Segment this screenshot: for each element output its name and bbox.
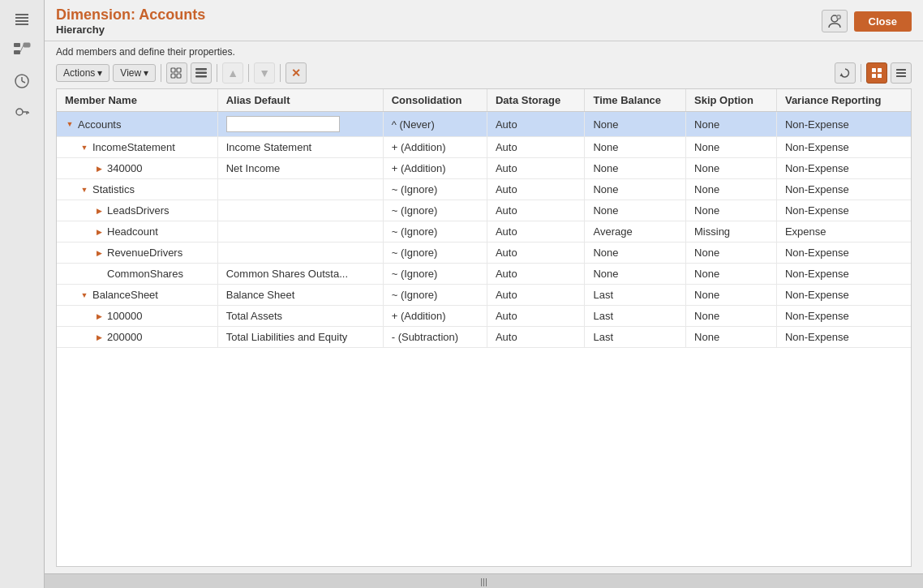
table-row[interactable]: ▶Headcount~ (Ignore)AutoAverageMissingEx…	[57, 221, 911, 242]
time-balance-cell: Last	[585, 285, 686, 306]
col-alias-default: Alias Default	[217, 89, 383, 112]
col-skip-option: Skip Option	[686, 89, 777, 112]
alias-default-cell	[217, 200, 383, 221]
expand-icon[interactable]: ▶	[94, 207, 104, 215]
expand-icon-button[interactable]	[166, 62, 187, 84]
table-row[interactable]: ▶200000Total Liabilities and Equity- (Su…	[57, 327, 911, 348]
member-name-text: 340000	[107, 162, 142, 174]
svg-marker-26	[840, 73, 844, 76]
scroll-indicator: |||	[480, 577, 487, 586]
skip-option-cell: None	[686, 200, 777, 221]
expand-icon[interactable]: ▼	[79, 186, 89, 194]
alias-default-cell: Common Shares Outsta...	[217, 264, 383, 285]
member-name-cell: ▼IncomeStatement	[57, 137, 217, 158]
actions-dropdown-icon: ▾	[97, 67, 102, 79]
time-balance-cell: Average	[585, 221, 686, 242]
refresh-button[interactable]	[835, 62, 856, 84]
time-balance-cell: None	[585, 137, 686, 158]
data-storage-cell: Auto	[487, 200, 585, 221]
move-up-button[interactable]: ▲	[222, 62, 243, 84]
expand-icon[interactable]: ▶	[94, 312, 104, 320]
close-button[interactable]: Close	[854, 11, 912, 32]
consolidation-cell: ~ (Ignore)	[383, 200, 487, 221]
move-down-button[interactable]: ▼	[254, 62, 275, 84]
skip-option-cell: None	[686, 179, 777, 200]
toolbar: Actions ▾ View ▾	[56, 62, 912, 84]
consolidation-cell: ~ (Ignore)	[383, 221, 487, 242]
table-row[interactable]: ▶RevenueDrivers~ (Ignore)AutoNoneNoneNon…	[57, 242, 911, 264]
table-row[interactable]: ▼Statistics~ (Ignore)AutoNoneNoneNon-Exp…	[57, 179, 911, 200]
expand-icon[interactable]: ▶	[94, 228, 104, 236]
skip-option-cell: None	[686, 242, 777, 264]
variance-reporting-cell: Expense	[776, 221, 911, 242]
svg-rect-24	[195, 72, 207, 75]
variance-reporting-cell: Non-Expense	[776, 327, 911, 348]
member-name-cell: ▶Headcount	[57, 221, 217, 242]
table-row[interactable]: ▶100000Total Assets+ (Addition)AutoLastN…	[57, 306, 911, 327]
skip-option-cell: None	[686, 264, 777, 285]
variance-reporting-cell: Non-Expense	[776, 112, 911, 137]
view-button[interactable]: View ▾	[113, 64, 156, 82]
header: Dimension: Accounts Hierarchy Close	[45, 0, 923, 41]
svg-rect-19	[171, 68, 175, 72]
time-balance-cell: None	[585, 264, 686, 285]
member-name-text: RevenueDrivers	[107, 247, 182, 259]
table-row[interactable]: CommonSharesCommon Shares Outsta...~ (Ig…	[57, 264, 911, 285]
expand-icon[interactable]: ▶	[94, 249, 104, 257]
variance-reporting-cell: Non-Expense	[776, 137, 911, 158]
expand-icon[interactable]: ▼	[65, 120, 75, 128]
alias-default-cell[interactable]	[217, 112, 383, 137]
user-icon-button[interactable]	[822, 10, 848, 32]
sidebar-icon-hierarchy[interactable]	[7, 37, 36, 63]
member-name-text: Statistics	[92, 183, 135, 195]
consolidation-cell: + (Addition)	[383, 137, 487, 158]
table-row[interactable]: ▼Accounts^ (Never)AutoNoneNoneNon-Expens…	[57, 112, 911, 137]
variance-reporting-cell: Non-Expense	[776, 179, 911, 200]
toolbar-section: Add members and define their properties.…	[45, 41, 923, 88]
table-row[interactable]: ▶340000Net Income+ (Addition)AutoNoneNon…	[57, 158, 911, 179]
sidebar-icon-clock[interactable]	[7, 68, 36, 94]
data-storage-cell: Auto	[487, 264, 585, 285]
consolidation-cell: ~ (Ignore)	[383, 179, 487, 200]
page-title: Dimension: Accounts	[56, 6, 205, 24]
consolidation-cell: ^ (Never)	[383, 112, 487, 137]
data-storage-cell: Auto	[487, 306, 585, 327]
skip-option-cell: None	[686, 137, 777, 158]
table-row[interactable]: ▼IncomeStatementIncome Statement+ (Addit…	[57, 137, 911, 158]
table-row[interactable]: ▼BalanceSheetBalance Sheet~ (Ignore)Auto…	[57, 285, 911, 306]
actions-button[interactable]: Actions ▾	[56, 64, 109, 82]
expand-icon[interactable]: ▼	[79, 144, 89, 152]
delete-button[interactable]: ✕	[285, 62, 307, 84]
member-name-cell: ▼BalanceSheet	[57, 285, 217, 306]
data-storage-cell: Auto	[487, 158, 585, 179]
svg-rect-20	[177, 68, 181, 72]
col-member-name: Member Name	[57, 89, 217, 112]
table-row[interactable]: ▶LeadsDrivers~ (Ignore)AutoNoneNoneNon-E…	[57, 200, 911, 221]
list-view-button[interactable]	[891, 62, 912, 84]
svg-rect-25	[195, 75, 207, 78]
toolbar-right	[835, 62, 912, 84]
svg-line-10	[22, 81, 25, 83]
alias-input[interactable]	[226, 116, 340, 132]
alias-default-cell	[217, 242, 383, 264]
sidebar-icon-list[interactable]	[7, 6, 36, 32]
variance-reporting-cell: Non-Expense	[776, 242, 911, 264]
time-balance-cell: None	[585, 179, 686, 200]
member-name-text: Accounts	[78, 118, 121, 131]
col-data-storage: Data Storage	[487, 89, 585, 112]
member-name-cell: ▶100000	[57, 306, 217, 327]
data-storage-cell: Auto	[487, 242, 585, 264]
grid-view-button[interactable]	[866, 62, 887, 84]
page-subtitle: Hierarchy	[56, 24, 205, 36]
svg-rect-32	[896, 72, 906, 74]
member-name-cell: CommonShares	[57, 264, 217, 285]
expand-icon[interactable]: ▶	[94, 333, 104, 341]
collapse-icon-button[interactable]	[191, 62, 212, 84]
header-right: Close	[822, 10, 912, 32]
alias-default-cell	[217, 221, 383, 242]
header-title-section: Dimension: Accounts Hierarchy	[56, 6, 205, 36]
expand-icon[interactable]: ▶	[94, 165, 104, 173]
skip-option-cell: None	[686, 306, 777, 327]
expand-icon[interactable]: ▼	[79, 291, 89, 299]
sidebar-icon-key[interactable]	[7, 99, 36, 125]
